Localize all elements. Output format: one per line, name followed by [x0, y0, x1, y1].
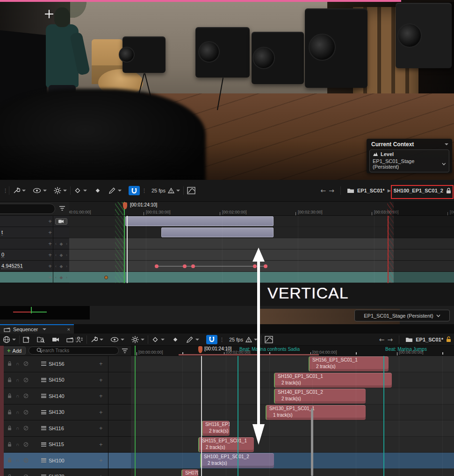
- keyframe-dot[interactable]: [253, 264, 257, 268]
- track-header-row[interactable]: 4.945251+‹ ◆ ›: [0, 261, 69, 272]
- chevron-down-icon[interactable]: [83, 190, 87, 192]
- keyframe-dot[interactable]: [155, 264, 159, 268]
- chevron-down-icon[interactable]: [118, 190, 122, 192]
- wrench-settings-icon[interactable]: [13, 187, 20, 194]
- add-section-icon[interactable]: +: [99, 441, 103, 448]
- add-section-icon[interactable]: +: [47, 274, 53, 281]
- timeline-lane-sh115[interactable]: SH115_EP1_SC01_12 track(s): [131, 437, 454, 453]
- timeline-lane-sh116[interactable]: SH116_EP1_S2 track(s): [131, 420, 454, 437]
- chevron-down-icon[interactable]: [141, 339, 144, 341]
- director-blueprint-icon[interactable]: [76, 336, 83, 343]
- track-header-row[interactable]: t+: [0, 227, 69, 238]
- eye-view-options-icon[interactable]: [33, 187, 41, 194]
- track-header-sh130[interactable]: ∩SH130+: [0, 405, 131, 421]
- chevron-down-icon[interactable]: [445, 143, 448, 145]
- sequence-section-bar[interactable]: [161, 227, 274, 237]
- tab-sequencer[interactable]: Sequencer ×: [0, 324, 74, 334]
- keyframe-options-icon[interactable]: [74, 187, 81, 194]
- chevron-down-icon[interactable]: [43, 190, 47, 192]
- property-value[interactable]: t: [1, 229, 3, 235]
- shot-clip[interactable]: SH150_EP1_SC01_12 track(s): [274, 373, 392, 388]
- search-input[interactable]: [0, 204, 55, 214]
- add-section-icon[interactable]: +: [99, 377, 103, 384]
- timeline-lane-sh150[interactable]: SH150_EP1_SC01_12 track(s): [131, 372, 454, 389]
- shot-clip[interactable]: SH130_EP1_SC01_11 track(s): [266, 405, 366, 420]
- add-section-icon[interactable]: +: [99, 473, 103, 476]
- edit-pencil-icon[interactable]: [186, 336, 194, 343]
- edit-pencil-icon[interactable]: [108, 187, 116, 194]
- level-select[interactable]: EP1_SC01_Stage (Persistent): [373, 158, 446, 170]
- timeline-lane-sh130[interactable]: SH130_EP1_SC01_11 track(s): [131, 405, 454, 421]
- shot-clip[interactable]: SH116_EP1_S2 track(s): [202, 421, 230, 436]
- timeline-lane-sh140[interactable]: SH140_EP1_SC01_22 track(s): [131, 388, 454, 405]
- add-section-icon[interactable]: +: [99, 409, 103, 416]
- curve-editor-icon[interactable]: [187, 187, 195, 194]
- filter-funnel-icon[interactable]: [59, 206, 65, 211]
- add-section-icon[interactable]: +: [99, 392, 103, 399]
- playhead-marker[interactable]: [123, 202, 127, 209]
- chevron-down-icon[interactable]: [12, 339, 16, 341]
- fps-label[interactable]: 25 fps: [151, 188, 166, 193]
- wrench-settings-icon[interactable]: [90, 336, 98, 343]
- property-value[interactable]: 0: [1, 252, 4, 258]
- property-value[interactable]: 4.945251: [1, 263, 23, 269]
- snap-options-icon[interactable]: ⋮: [142, 188, 144, 193]
- track-header-row[interactable]: +‹ ◆ ›: [0, 272, 69, 283]
- chevron-down-icon[interactable]: [176, 190, 180, 192]
- keyframe-nav[interactable]: ‹ ◆ ›: [55, 275, 69, 280]
- keyframe-dot[interactable]: [264, 264, 267, 268]
- track-header-sh070[interactable]: ∩SH070+: [0, 469, 131, 476]
- add-section-icon[interactable]: +: [47, 240, 53, 247]
- shot-clip[interactable]: SH140_EP1_SC01_22 track(s): [274, 389, 366, 404]
- render-movie-icon[interactable]: [66, 337, 73, 342]
- globe-sequences-icon[interactable]: [3, 336, 10, 343]
- track-header-sh100[interactable]: ∩SH100+: [0, 453, 131, 469]
- camera-toggle-button[interactable]: [55, 218, 67, 225]
- keyframe-dot[interactable]: [191, 264, 195, 268]
- keyframe-dot[interactable]: [104, 276, 108, 279]
- add-section-icon[interactable]: +: [47, 229, 53, 236]
- shot-clip[interactable]: SH100_EP1_SC01_22 track(s): [200, 453, 274, 468]
- chevron-down-icon[interactable]: [195, 339, 199, 341]
- track-header-row[interactable]: +‹ ◆ ›: [0, 238, 69, 249]
- add-section-icon[interactable]: +: [47, 218, 53, 225]
- create-camera-icon[interactable]: [52, 337, 59, 342]
- chevron-down-icon[interactable]: [121, 339, 124, 341]
- nav-forward-icon[interactable]: →: [388, 336, 393, 343]
- keyframe-nav[interactable]: ‹ ◆ ›: [55, 264, 69, 269]
- track-header-sh115[interactable]: ∩SH115+: [0, 437, 131, 453]
- keyframe-nav[interactable]: ‹ ◆ ›: [55, 242, 69, 246]
- track-header-sh116[interactable]: ∩SH116+: [0, 420, 131, 437]
- fps-label[interactable]: 25 fps: [229, 337, 243, 342]
- curve-editor-icon[interactable]: [265, 336, 273, 343]
- add-section-icon[interactable]: +: [47, 263, 53, 270]
- beat-marker-label[interactable]: Beat: Marina confronts Sadia: [239, 347, 300, 352]
- playback-options-gear-icon[interactable]: [54, 187, 61, 194]
- chevron-down-icon[interactable]: [161, 339, 165, 341]
- save-sequence-icon[interactable]: [23, 336, 30, 343]
- nav-back-icon[interactable]: ←: [379, 336, 385, 343]
- add-section-icon[interactable]: +: [47, 251, 53, 258]
- beat-marker-label[interactable]: Beat: Marina Jumps: [385, 347, 427, 352]
- timeline-tracks-area[interactable]: SH156_EP1_SC01_12 track(s)SH150_EP1_SC01…: [131, 356, 454, 476]
- close-icon[interactable]: ×: [67, 327, 70, 332]
- playback-options-gear-icon[interactable]: [131, 336, 139, 343]
- chevron-down-icon[interactable]: [43, 328, 46, 330]
- breadcrumb-root[interactable]: EP1_SC01*: [357, 188, 385, 193]
- chevron-down-icon[interactable]: [22, 190, 26, 192]
- keyframe-nav[interactable]: ‹ ◆ ›: [55, 253, 69, 257]
- eye-view-options-icon[interactable]: [110, 336, 119, 343]
- find-in-content-browser-icon[interactable]: [37, 336, 45, 343]
- auto-key-icon[interactable]: [172, 336, 179, 343]
- track-header-row[interactable]: 0+‹ ◆ ›: [0, 249, 69, 261]
- nav-back-icon[interactable]: ←: [320, 187, 326, 194]
- timeline-lane-sh070[interactable]: SH070_: [131, 469, 454, 476]
- filter-funnel-icon[interactable]: [122, 348, 128, 354]
- unlock-icon[interactable]: [446, 336, 451, 342]
- add-section-icon[interactable]: +: [99, 425, 103, 432]
- chevron-down-icon[interactable]: [63, 190, 67, 192]
- add-section-icon[interactable]: +: [99, 360, 103, 367]
- shot-clip[interactable]: SH070_: [181, 469, 198, 476]
- playhead-marker[interactable]: [198, 346, 202, 353]
- track-header-row[interactable]: +: [0, 216, 69, 227]
